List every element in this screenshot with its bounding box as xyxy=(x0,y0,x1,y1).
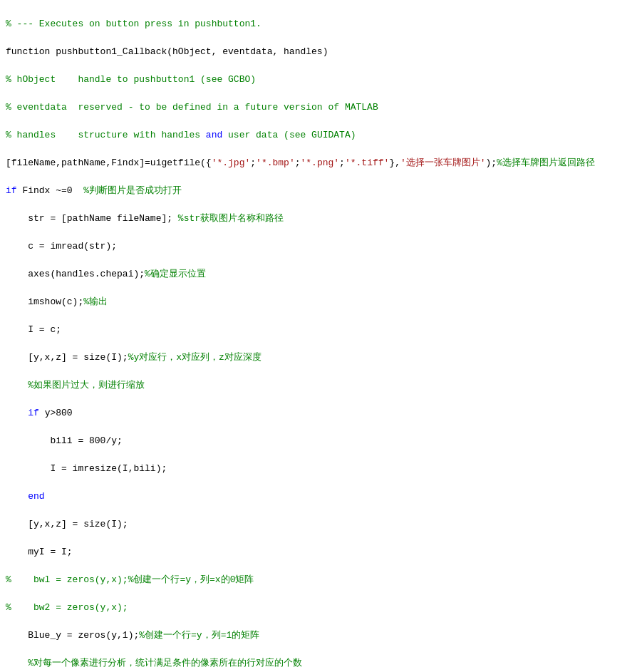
code-line-21: % bwl = zeros(y,x);%创建一个行=y，列=x的0矩阵 xyxy=(6,573,636,587)
code-line-14: %如果图片过大，则进行缩放 xyxy=(6,378,636,393)
code-line-4: % eventdata reserved - to be defined in … xyxy=(6,100,636,115)
code-line-22: % bw2 = zeros(y,x); xyxy=(6,601,636,615)
code-line-19: [y,x,z] = size(I); xyxy=(6,517,636,532)
code-line-8: str = [pathName fileName]; %str获取图片名称和路径 xyxy=(6,212,636,226)
code-line-18: end xyxy=(6,490,636,504)
code-line-6: [fileName,pathName,Findx]=uigetfile({'*.… xyxy=(6,156,636,170)
code-line-23: Blue_y = zeros(y,1);%创建一个行=y，列=1的矩阵 xyxy=(6,629,636,643)
code-line-2: function pushbutton1_Callback(hObject, e… xyxy=(6,45,636,59)
code-line-15: if y>800 xyxy=(6,406,636,420)
code-line-7: if Findx ~=0 %判断图片是否成功打开 xyxy=(6,184,636,198)
code-line-24: %对每一个像素进行分析，统计满足条件的像素所在的行对应的个数 xyxy=(6,656,636,671)
code-line-16: bili = 800/y; xyxy=(6,434,636,448)
code-line-11: imshow(c);%输出 xyxy=(6,295,636,309)
code-editor: % --- Executes on button press in pushbu… xyxy=(0,0,642,672)
code-line-12: I = c; xyxy=(6,323,636,337)
code-line-9: c = imread(str); xyxy=(6,239,636,254)
code-line-20: myI = I; xyxy=(6,545,636,559)
code-line-10: axes(handles.chepai);%确定显示位置 xyxy=(6,267,636,281)
code-line-17: I = imresize(I,bili); xyxy=(6,462,636,476)
code-line-13: [y,x,z] = size(I);%y对应行，x对应列，z对应深度 xyxy=(6,351,636,365)
code-line-1: % --- Executes on button press in pushbu… xyxy=(6,17,636,31)
code-line-3: % hObject handle to pushbutton1 (see GCB… xyxy=(6,73,636,87)
code-line-5: % handles structure with handles and use… xyxy=(6,128,636,143)
